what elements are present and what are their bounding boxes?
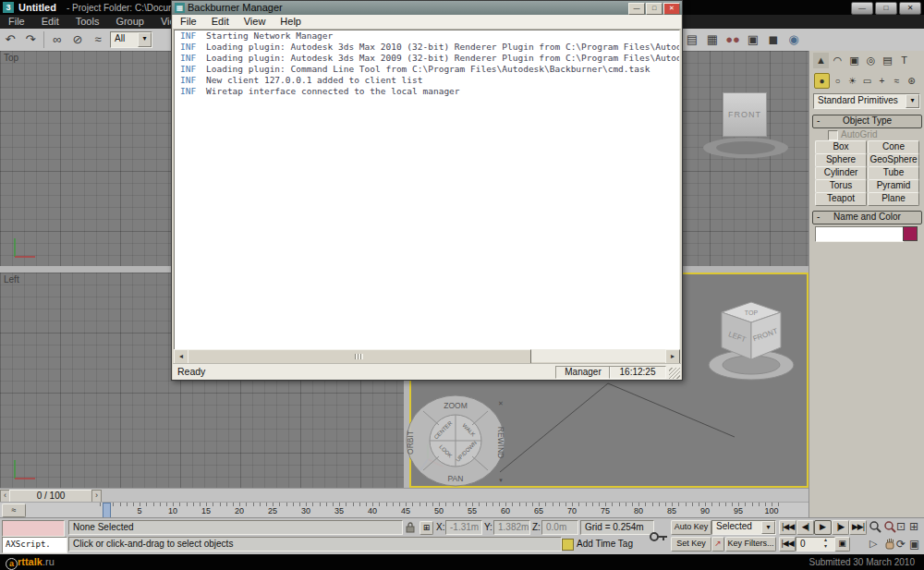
auto-key-button[interactable]: Auto Key — [671, 520, 711, 535]
y-coordinate-field[interactable]: 1.382m — [493, 520, 530, 535]
goto-start-button[interactable]: |◀◀ — [779, 520, 796, 535]
time-configuration-button[interactable]: ▣ — [834, 537, 850, 552]
backburner-hscrollbar[interactable]: ◂ ▸ — [174, 349, 680, 362]
key-mode-toggle-button[interactable]: |◀◀ — [779, 537, 796, 552]
menu-item-edit[interactable]: Edit — [33, 15, 67, 28]
viewcube-3d[interactable]: TOP LEFT FRONT — [703, 291, 799, 387]
zoom-extents-icon[interactable]: ⊡ — [896, 520, 906, 533]
mini-curve-editor-button[interactable]: ≈ — [2, 503, 26, 517]
close-button[interactable]: ✕ — [899, 2, 921, 15]
chevron-down-icon[interactable]: ▾ — [906, 94, 919, 108]
chevron-down-icon[interactable]: ▾ — [138, 32, 152, 47]
category-geometry-icon[interactable]: ● — [814, 73, 830, 89]
steering-wheel[interactable]: ZOOM PAN ORBIT REWIND CENTER WALK LOOK U… — [405, 394, 510, 491]
minimize-button[interactable]: — — [851, 2, 873, 15]
maxscript-recorder-pane[interactable] — [2, 520, 65, 537]
category-spacewarps-icon[interactable]: ≈ — [890, 74, 904, 88]
goto-end-button[interactable]: ▶▶| — [849, 520, 867, 535]
maxscript-listener-pane[interactable]: AXScript. — [2, 537, 67, 553]
object-name-field[interactable] — [815, 226, 904, 242]
viewcube-top-label[interactable]: TOP — [745, 309, 759, 316]
render-setup-icon[interactable]: ▣ — [744, 30, 762, 49]
current-frame-field[interactable]: 0 — [796, 537, 836, 552]
collapse-icon[interactable]: - — [817, 212, 820, 223]
button-sphere[interactable]: Sphere — [815, 153, 867, 167]
button-tube[interactable]: Tube — [868, 166, 919, 180]
viewport-top-label[interactable]: Top — [4, 53, 18, 63]
wheel-orbit[interactable]: ORBIT — [406, 431, 415, 455]
backburner-title-bar[interactable]: ▦ Backburner Manager — □ ✕ — [172, 1, 682, 15]
tab-utilities[interactable]: T — [896, 53, 912, 68]
bb-menu-view[interactable]: View — [237, 15, 274, 28]
trackbar-ruler[interactable]: 0510152025303540455055606570758085909510… — [100, 503, 784, 518]
schematic-view-icon[interactable]: ▦ — [703, 30, 722, 49]
spinner-down-icon[interactable]: ▾ — [824, 543, 827, 550]
category-systems-icon[interactable]: ⊛ — [905, 74, 918, 88]
button-pyramid[interactable]: Pyramid — [868, 179, 919, 193]
autogrid-checkbox[interactable] — [828, 130, 838, 140]
category-shapes-icon[interactable]: ○ — [831, 74, 845, 88]
object-color-swatch[interactable] — [903, 226, 918, 241]
scroll-right-icon[interactable]: ▸ — [665, 349, 680, 364]
backburner-log[interactable]: INFStarting Network Manager INFLoading p… — [174, 30, 680, 350]
backburner-maximize-button[interactable]: □ — [646, 3, 663, 15]
collapse-icon[interactable]: - — [817, 115, 820, 127]
time-slider-handle[interactable]: 0 / 100 — [9, 490, 92, 503]
zoom-icon[interactable] — [869, 520, 882, 534]
select-link-icon[interactable]: ∞ — [48, 30, 67, 49]
default-in-out-tangent-icon[interactable]: ↗ — [711, 537, 724, 552]
key-mode-dropdown[interactable]: Selected ▾ — [711, 520, 776, 535]
menu-item-file[interactable]: File — [0, 15, 33, 28]
rollout-name-color[interactable]: - Name and Color — [812, 211, 922, 224]
resize-grip[interactable] — [669, 368, 680, 379]
rollout-object-type[interactable]: - Object Type — [812, 115, 922, 128]
menu-item-tools[interactable]: Tools — [67, 15, 108, 28]
scrollbar-thumb[interactable] — [188, 349, 531, 364]
absolute-offset-toggle[interactable]: ⊞ — [419, 521, 433, 535]
chevron-down-icon[interactable]: ▾ — [761, 521, 775, 534]
button-cylinder[interactable]: Cylinder — [815, 166, 867, 180]
wheel-rewind[interactable]: REWIND — [496, 427, 505, 458]
menu-item-group[interactable]: Group — [107, 15, 152, 28]
tab-display[interactable]: ▤ — [880, 53, 895, 68]
viewport-left-label[interactable]: Left — [4, 274, 19, 285]
key-filters-button[interactable]: Key Filters... — [725, 537, 776, 552]
category-cameras-icon[interactable]: ▭ — [860, 74, 874, 88]
wheel-pan[interactable]: PAN — [448, 474, 464, 483]
maximize-button[interactable]: □ — [875, 2, 897, 15]
selection-filter-dropdown[interactable]: All▾ — [110, 31, 152, 48]
time-next-arrow[interactable]: › — [91, 490, 102, 503]
viewcube-front[interactable]: FRONT — [723, 92, 767, 137]
add-time-tag[interactable]: Add Time Tag — [577, 539, 633, 549]
set-key-toggle-icon[interactable] — [649, 523, 669, 551]
category-lights-icon[interactable]: ☀ — [845, 74, 859, 88]
button-plane[interactable]: Plane — [868, 192, 919, 206]
x-coordinate-field[interactable]: -1.31m — [445, 520, 482, 535]
unlink-icon[interactable]: ⊘ — [68, 30, 87, 49]
wheel-zoom[interactable]: ZOOM — [444, 401, 468, 410]
redo-icon[interactable]: ↷ — [21, 30, 40, 49]
category-helpers-icon[interactable]: + — [875, 74, 889, 88]
tab-motion[interactable]: ◎ — [863, 53, 879, 68]
material-editor-icon[interactable]: ●● — [723, 30, 742, 49]
wheel-menu-icon[interactable]: ▾ — [499, 477, 503, 483]
zoom-extents-all-icon[interactable]: ⊞ — [909, 520, 918, 533]
track-bar[interactable]: ≈ 05101520253035404550556065707580859095… — [0, 502, 808, 518]
scroll-left-icon[interactable]: ◂ — [174, 349, 188, 364]
maximize-viewport-icon[interactable]: ▣ — [909, 538, 919, 551]
undo-icon[interactable]: ↶ — [1, 30, 19, 49]
bind-spacewarp-icon[interactable]: ≈ — [89, 30, 107, 49]
spinner-up-icon[interactable]: ▴ — [824, 537, 827, 543]
selection-lock-icon[interactable] — [405, 521, 416, 534]
field-of-view-icon[interactable]: ▷ — [869, 538, 877, 550]
backburner-close-button[interactable]: ✕ — [663, 3, 680, 15]
tab-modify[interactable]: ◠ — [830, 53, 845, 68]
pan-hand-icon[interactable] — [883, 538, 896, 551]
button-torus[interactable]: Torus — [815, 179, 867, 193]
curve-editor-icon[interactable]: ▤ — [683, 30, 701, 49]
set-key-button[interactable]: Set Key — [671, 537, 711, 552]
primitives-dropdown[interactable]: Standard Primitives ▾ — [813, 93, 920, 109]
rendered-frame-window-icon[interactable]: ◼ — [764, 30, 783, 49]
button-teapot[interactable]: Teapot — [815, 192, 867, 206]
play-button[interactable]: ▶ — [814, 520, 832, 535]
